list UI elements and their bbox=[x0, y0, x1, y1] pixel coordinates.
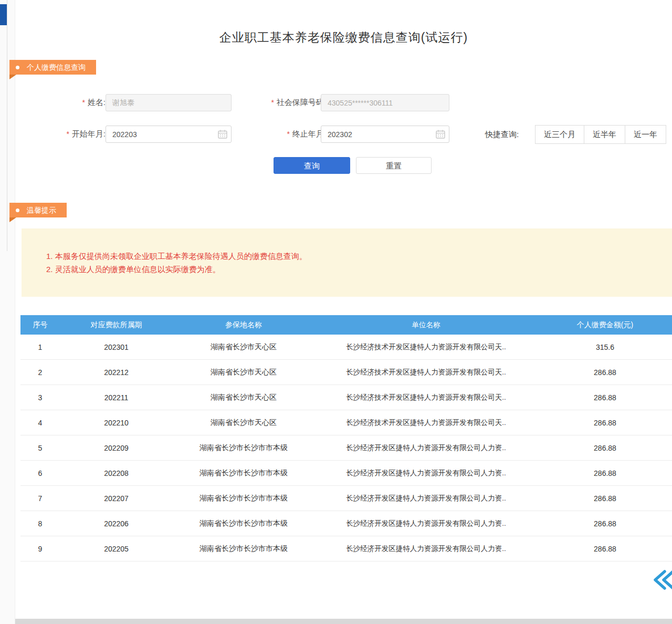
cell-amount: 286.88 bbox=[538, 419, 672, 427]
section-tag-tips: 温馨提示 bbox=[9, 203, 67, 217]
quick-btn-half-year[interactable]: 近半年 bbox=[584, 125, 625, 144]
cell-company: 长沙经济技术开发区捷特人力资源开发有限公司天.. bbox=[314, 393, 538, 402]
cell-amount: 286.88 bbox=[538, 494, 672, 503]
header-no: 序号 bbox=[20, 320, 60, 330]
cell-company: 长沙经济开发区捷特人力资源开发有限公司人力资.. bbox=[314, 544, 538, 554]
cell-company: 长沙经济技术开发区捷特人力资源开发有限公司天.. bbox=[314, 418, 538, 428]
cell-company: 长沙经济开发区捷特人力资源开发有限公司人力资.. bbox=[314, 469, 538, 478]
collapse-double-chevron-icon[interactable] bbox=[651, 568, 672, 591]
section-tag-label: 个人缴费信息查询 bbox=[27, 60, 86, 75]
header-period: 对应费款所属期 bbox=[60, 320, 173, 330]
cell-company: 长沙经济技术开发区捷特人力资源开发有限公司天.. bbox=[314, 368, 538, 377]
cell-period: 202208 bbox=[60, 469, 173, 477]
required-asterisk: * bbox=[271, 98, 274, 107]
ssn-field bbox=[321, 94, 449, 111]
cell-area: 湖南省长沙市长沙市市本级 bbox=[173, 519, 314, 528]
quick-btn-three-months[interactable]: 近三个月 bbox=[535, 125, 584, 144]
cell-amount: 286.88 bbox=[538, 519, 672, 528]
quick-query-label: 快捷查询: bbox=[485, 126, 532, 143]
cell-no: 2 bbox=[20, 368, 60, 377]
table-row: 7202207湖南省长沙市长沙市市本级长沙经济开发区捷特人力资源开发有限公司人力… bbox=[20, 486, 672, 511]
required-asterisk: * bbox=[66, 130, 69, 138]
cell-area: 湖南省长沙市天心区 bbox=[173, 393, 314, 402]
table-row: 1202301湖南省长沙市天心区长沙经济技术开发区捷特人力资源开发有限公司天..… bbox=[20, 335, 672, 360]
table-row: 6202208湖南省长沙市长沙市市本级长沙经济开发区捷特人力资源开发有限公司人力… bbox=[20, 461, 672, 486]
quick-query-group: 近三个月 近半年 近一年 bbox=[535, 125, 666, 144]
table-row: 8202206湖南省长沙市长沙市市本级长沙经济开发区捷特人力资源开发有限公司人力… bbox=[20, 511, 672, 536]
cell-area: 湖南省长沙市长沙市市本级 bbox=[173, 443, 314, 453]
cell-amount: 286.88 bbox=[538, 368, 672, 377]
cell-area: 湖南省长沙市天心区 bbox=[173, 418, 314, 428]
left-rail bbox=[0, 0, 15, 624]
cell-company: 长沙经济技术开发区捷特人力资源开发有限公司天.. bbox=[314, 342, 538, 352]
cell-company: 长沙经济开发区捷特人力资源开发有限公司人力资.. bbox=[314, 519, 538, 528]
start-month-label: *开始年月: bbox=[43, 126, 106, 142]
table-row: 2202212湖南省长沙市天心区长沙经济技术开发区捷特人力资源开发有限公司天..… bbox=[20, 360, 672, 385]
section-tag-label: 温馨提示 bbox=[27, 203, 56, 217]
header-area: 参保地名称 bbox=[173, 320, 314, 330]
quick-btn-one-year[interactable]: 近一年 bbox=[625, 125, 666, 144]
ribbon-fold bbox=[9, 75, 16, 79]
table-row: 9202205湖南省长沙市长沙市市本级长沙经济开发区捷特人力资源开发有限公司人力… bbox=[20, 536, 672, 561]
sidebar-edge-marker bbox=[0, 4, 7, 25]
cell-no: 9 bbox=[20, 545, 60, 553]
section-tag-personal-payment-query: 个人缴费信息查询 bbox=[9, 60, 96, 75]
cell-no: 8 bbox=[20, 519, 60, 528]
cell-period: 202301 bbox=[60, 343, 173, 351]
name-label: *姓名: bbox=[47, 94, 106, 111]
cell-no: 3 bbox=[20, 393, 60, 402]
bottom-strip bbox=[15, 619, 672, 624]
tips-box: 1. 本服务仅提供尚未领取企业职工基本养老保险待遇人员的缴费信息查询。 2. 灵… bbox=[22, 228, 672, 297]
cell-period: 202211 bbox=[60, 393, 173, 402]
page-title: 企业职工基本养老保险缴费信息查询(试运行) bbox=[15, 29, 672, 46]
cell-amount: 286.88 bbox=[538, 469, 672, 477]
cell-company: 长沙经济开发区捷特人力资源开发有限公司人力资.. bbox=[314, 494, 538, 503]
table-row: 3202211湖南省长沙市天心区长沙经济技术开发区捷特人力资源开发有限公司天..… bbox=[20, 385, 672, 410]
main-panel: 企业职工基本养老保险缴费信息查询(试运行) 1. 本服务仅提供尚未领取企业职工基… bbox=[15, 0, 672, 624]
cell-no: 4 bbox=[20, 419, 60, 427]
cell-period: 202210 bbox=[60, 419, 173, 427]
table-body: 1202301湖南省长沙市天心区长沙经济技术开发区捷特人力资源开发有限公司天..… bbox=[20, 335, 672, 561]
cell-amount: 286.88 bbox=[538, 393, 672, 402]
required-asterisk: * bbox=[82, 98, 85, 107]
end-month-label: *终止年月: bbox=[257, 126, 326, 142]
cell-area: 湖南省长沙市天心区 bbox=[173, 368, 314, 377]
tips-line: 1. 本服务仅提供尚未领取企业职工基本养老保险待遇人员的缴费信息查询。 bbox=[46, 249, 307, 263]
table-header-row: 序号 对应费款所属期 参保地名称 单位名称 个人缴费金额(元) bbox=[20, 315, 672, 335]
calendar-icon[interactable] bbox=[218, 130, 227, 139]
results-table: 序号 对应费款所属期 参保地名称 单位名称 个人缴费金额(元) 1202301湖… bbox=[20, 315, 672, 561]
cell-no: 7 bbox=[20, 494, 60, 503]
cell-period: 202207 bbox=[60, 494, 173, 503]
cell-company: 长沙经济开发区捷特人力资源开发有限公司人力资.. bbox=[314, 443, 538, 453]
cell-amount: 286.88 bbox=[538, 444, 672, 452]
name-field bbox=[106, 94, 232, 111]
cell-area: 湖南省长沙市长沙市市本级 bbox=[173, 544, 314, 554]
cell-area: 湖南省长沙市长沙市市本级 bbox=[173, 494, 314, 503]
ssn-label: *社会保障号码: bbox=[236, 94, 326, 111]
header-company: 单位名称 bbox=[314, 320, 538, 330]
cell-period: 202209 bbox=[60, 444, 173, 452]
tips-line: 2. 灵活就业人员的缴费单位信息以实际缴费为准。 bbox=[46, 263, 220, 276]
cell-amount: 286.88 bbox=[538, 545, 672, 553]
cell-period: 202206 bbox=[60, 519, 173, 528]
end-month-field[interactable] bbox=[321, 126, 449, 143]
start-month-field[interactable] bbox=[106, 126, 232, 143]
calendar-icon[interactable] bbox=[436, 130, 445, 139]
cell-amount: 315.6 bbox=[538, 343, 672, 351]
bullet-dot-icon bbox=[16, 66, 19, 69]
cell-no: 5 bbox=[20, 444, 60, 452]
cell-period: 202205 bbox=[60, 545, 173, 553]
cell-area: 湖南省长沙市长沙市市本级 bbox=[173, 469, 314, 478]
reset-button[interactable]: 重置 bbox=[356, 157, 432, 174]
query-button[interactable]: 查询 bbox=[274, 157, 350, 174]
cell-no: 1 bbox=[20, 343, 60, 351]
cell-no: 6 bbox=[20, 469, 60, 477]
cell-period: 202212 bbox=[60, 368, 173, 377]
rail-divider bbox=[7, 0, 7, 251]
required-asterisk: * bbox=[287, 130, 289, 138]
cell-area: 湖南省长沙市天心区 bbox=[173, 342, 314, 352]
ribbon-fold bbox=[9, 217, 16, 222]
header-amount: 个人缴费金额(元) bbox=[538, 320, 672, 330]
bullet-dot-icon bbox=[16, 209, 19, 212]
table-row: 4202210湖南省长沙市天心区长沙经济技术开发区捷特人力资源开发有限公司天..… bbox=[20, 410, 672, 435]
